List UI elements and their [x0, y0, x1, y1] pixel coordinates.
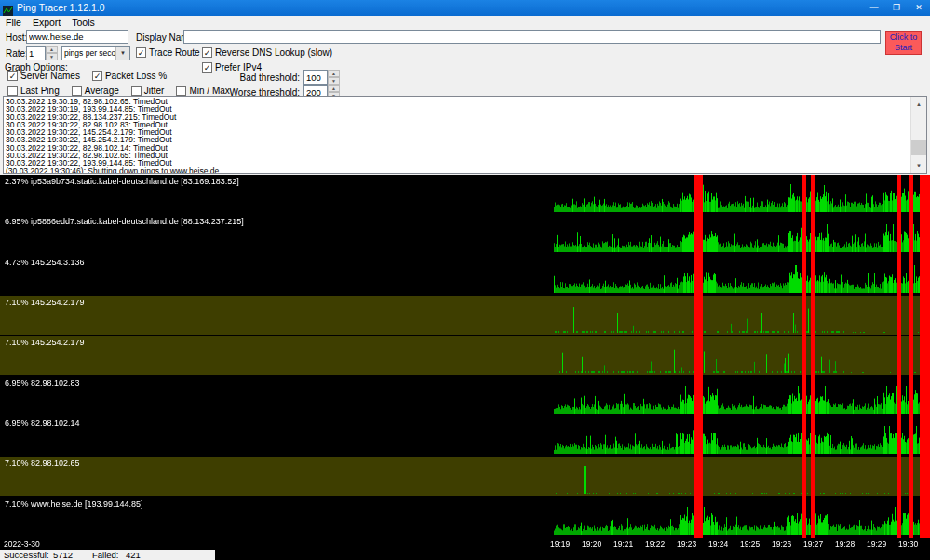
- log-panel: 30.03.2022 19:30:19, 82.98.102.65: Timed…: [3, 96, 927, 174]
- checkbox-box[interactable]: [72, 86, 82, 96]
- time-axis-label: 19:26: [772, 540, 791, 549]
- start-button[interactable]: Click to Start: [885, 31, 922, 55]
- checkbox-label: Jitter: [144, 86, 165, 96]
- checkbox-label: Prefer IPv4: [215, 62, 262, 73]
- graph-host-label: 6.95% ip5886edd7.static.kabel-deutschlan…: [5, 217, 244, 226]
- checkbox-server-names[interactable]: ✓Server Names: [7, 70, 80, 82]
- log-line: (30.03.2022 19:30:46): Shutting down pin…: [6, 167, 909, 173]
- checkbox-label: Reverse DNS Lookup (slow): [215, 47, 332, 58]
- window-controls: — ❐ ✕: [863, 0, 930, 16]
- time-axis-label: 19:29: [867, 540, 886, 549]
- checkbox-box[interactable]: [176, 86, 186, 96]
- checkbox-box[interactable]: ✓: [136, 47, 146, 58]
- time-axis-label: 19:25: [740, 540, 760, 549]
- checkbox-box[interactable]: [7, 86, 18, 96]
- spinner-down-icon[interactable]: ▼: [46, 53, 58, 60]
- time-axis-label: 19:23: [677, 540, 696, 549]
- time-axis-label: 19:27: [803, 540, 823, 549]
- bad-threshold-spinner-buttons: ▲ ▼: [328, 70, 340, 85]
- rate-label: Rate:: [6, 48, 28, 59]
- graph-host-label: 7.10% www.heise.de [193.99.144.85]: [5, 500, 143, 509]
- graph-host-label: 4.73% 145.254.3.136: [5, 258, 85, 267]
- checkbox-box[interactable]: ✓: [7, 71, 18, 81]
- app-icon: [3, 3, 13, 13]
- successful-value: 5712: [53, 550, 73, 560]
- checkbox-box[interactable]: ✓: [92, 71, 102, 81]
- bad-threshold-spinner: ▲ ▼: [303, 70, 340, 85]
- host-label: Host:: [6, 33, 27, 43]
- spinner-up-icon[interactable]: ▲: [46, 46, 58, 53]
- checkbox-box[interactable]: ✓: [202, 62, 212, 73]
- failed-label: Failed:: [92, 550, 119, 560]
- graph-host-label: 6.95% 82.98.102.83: [5, 379, 80, 388]
- log-scrollbar[interactable]: ▲ ▼: [910, 97, 926, 173]
- rate-unit-dropdown[interactable]: pings per second ▼: [61, 46, 130, 60]
- checkbox-box[interactable]: ✓: [202, 47, 212, 58]
- time-axis-label: 19:24: [708, 540, 728, 549]
- graph-area: 2.37% ip53a9b734.static.kabel-deutschlan…: [0, 175, 930, 550]
- time-axis-label: 19:30: [898, 540, 918, 549]
- scroll-down-icon[interactable]: ▼: [911, 158, 926, 173]
- bad-threshold-input[interactable]: [303, 70, 328, 85]
- date-label: 2022-3-30: [4, 540, 40, 549]
- checkbox-label: Last Ping: [20, 86, 60, 96]
- graph-host-label: 7.10% 145.254.2.179: [5, 338, 85, 347]
- minimize-button[interactable]: —: [863, 0, 885, 16]
- rate-input[interactable]: [26, 46, 46, 60]
- rate-spinner: ▲ ▼: [26, 46, 58, 60]
- time-axis-label: 19:20: [582, 540, 601, 549]
- menu-bar: FileExportTools: [0, 16, 930, 28]
- checkbox-label: Trace Route: [149, 47, 200, 58]
- titlebar[interactable]: Ping Tracer 1.12.1.0 — ❐ ✕: [0, 0, 930, 16]
- rate-unit-value: pings per second: [62, 47, 115, 60]
- checkbox-trace-route[interactable]: ✓ Trace Route: [136, 47, 200, 59]
- graph-options-row-1: ✓Server Names✓Packet Loss %: [7, 70, 167, 82]
- checkbox-label: Average: [85, 86, 119, 96]
- menu-item-tools[interactable]: Tools: [66, 17, 101, 28]
- checkbox-label: Server Names: [20, 71, 80, 81]
- bad-threshold-label: Bad threshold:: [222, 73, 300, 83]
- checkbox-packet-loss[interactable]: ✓Packet Loss %: [92, 70, 167, 82]
- display-name-input[interactable]: [183, 30, 881, 44]
- checkbox-box[interactable]: [131, 86, 142, 96]
- time-axis-label: 19:28: [835, 540, 855, 549]
- time-axis-label: 19:22: [645, 540, 665, 549]
- host-input[interactable]: [26, 30, 128, 44]
- graph-host-label: 7.10% 82.98.102.65: [5, 459, 80, 468]
- menu-item-export[interactable]: Export: [27, 17, 66, 28]
- spinner-down-icon[interactable]: ▼: [328, 77, 340, 85]
- log-output[interactable]: 30.03.2022 19:30:19, 82.98.102.65: Timed…: [4, 97, 910, 173]
- checkbox-reverse-dns[interactable]: ✓ Reverse DNS Lookup (slow): [202, 47, 332, 59]
- spinner-up-icon[interactable]: ▲: [328, 85, 340, 92]
- close-button[interactable]: ✕: [908, 0, 930, 16]
- graph-host-label: 6.95% 82.98.102.14: [5, 419, 80, 428]
- failed-value: 421: [126, 550, 141, 560]
- scrollbar-thumb[interactable]: [911, 140, 926, 155]
- status-counters: Successful: 5712 Failed: 421: [0, 550, 215, 560]
- menu-item-file[interactable]: File: [0, 17, 27, 28]
- spinner-up-icon[interactable]: ▲: [328, 70, 340, 77]
- rate-spinner-buttons: ▲ ▼: [46, 46, 58, 60]
- graph-host-label: 2.37% ip53a9b734.static.kabel-deutschlan…: [5, 177, 239, 186]
- time-axis-label: 19:21: [613, 540, 633, 549]
- window-title: Ping Tracer 1.12.1.0: [17, 0, 105, 16]
- time-axis-label: 19:19: [550, 540, 570, 549]
- app-window: Ping Tracer 1.12.1.0 — ❐ ✕ FileExportToo…: [0, 0, 930, 560]
- graph-host-label: 7.10% 145.254.2.179: [5, 298, 85, 307]
- checkbox-label: Packet Loss %: [105, 71, 167, 81]
- successful-label: Successful:: [4, 550, 49, 560]
- controls-panel: Host: Display Name: Rate: ▲ ▼ pings per …: [0, 28, 930, 94]
- status-bar: Successful: 5712 Failed: 421: [0, 550, 930, 560]
- scroll-up-icon[interactable]: ▲: [911, 97, 926, 112]
- dropdown-arrow-icon[interactable]: ▼: [115, 47, 129, 60]
- ping-graph-canvas[interactable]: [0, 175, 930, 550]
- maximize-button[interactable]: ❐: [885, 0, 908, 16]
